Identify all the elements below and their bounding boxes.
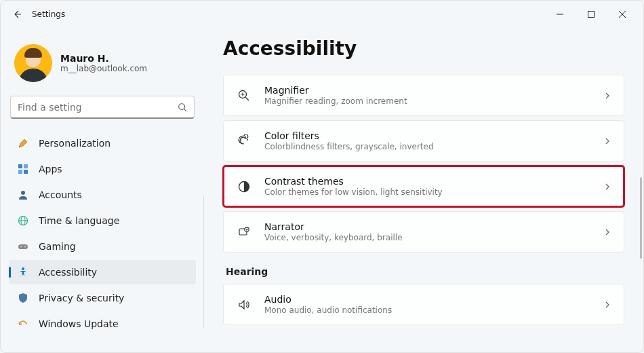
svg-point-25 — [247, 139, 248, 141]
sidebar-item-personalization[interactable]: Personalization — [9, 131, 196, 155]
sidebar-item-label: Apps — [39, 164, 62, 174]
update-icon — [17, 318, 29, 330]
time-language-icon — [17, 215, 29, 227]
card-list-vision: Magnifier Magnifier reading, zoom increm… — [223, 75, 624, 254]
card-magnifier[interactable]: Magnifier Magnifier reading, zoom increm… — [223, 75, 624, 116]
settings-window: Settings Mauro H. — [0, 0, 644, 353]
svg-point-15 — [20, 246, 22, 248]
gaming-icon — [17, 240, 29, 253]
card-title: Narrator — [264, 221, 591, 232]
svg-point-17 — [22, 267, 24, 270]
accessibility-icon — [17, 266, 29, 278]
chevron-right-icon — [603, 137, 611, 145]
section-heading-hearing: Hearing — [226, 266, 624, 277]
sidebar-item-privacy[interactable]: Privacy & security — [9, 286, 196, 310]
svg-point-22 — [240, 139, 241, 141]
card-subtitle: Colorblindness filters, grayscale, inver… — [264, 142, 591, 151]
svg-point-10 — [21, 191, 25, 195]
card-contrast-themes[interactable]: Contrast themes Color themes for low vis… — [223, 166, 624, 207]
svg-rect-8 — [18, 170, 22, 174]
sidebar-item-label: Gaming — [39, 241, 76, 252]
sidebar-item-time-language[interactable]: Time & language — [9, 208, 196, 233]
sidebar-item-accounts[interactable]: Accounts — [9, 183, 196, 207]
scrollbar[interactable] — [640, 177, 642, 259]
svg-line-19 — [245, 97, 249, 100]
sidebar-item-windows-update[interactable]: Windows Update — [9, 312, 196, 336]
window-title: Settings — [32, 10, 65, 19]
svg-rect-9 — [24, 170, 28, 174]
card-subtitle: Color themes for low vision, light sensi… — [264, 187, 591, 197]
minimize-button[interactable] — [544, 3, 576, 25]
close-icon — [619, 11, 626, 18]
chevron-right-icon — [603, 228, 611, 236]
card-title: Color filters — [264, 130, 591, 141]
svg-point-28 — [245, 227, 249, 231]
card-subtitle: Mono audio, audio notifications — [264, 305, 591, 315]
svg-rect-7 — [24, 164, 28, 168]
sidebar-item-label: Accessibility — [39, 267, 97, 278]
sidebar-item-label: Accounts — [39, 189, 82, 200]
main-content: Accessibility Magnifier Magnifier readin… — [204, 28, 643, 352]
svg-line-5 — [184, 109, 187, 111]
privacy-icon — [17, 292, 29, 304]
chevron-right-icon — [603, 92, 611, 100]
back-arrow-icon — [12, 9, 22, 20]
titlebar: Settings — [1, 1, 643, 28]
personalization-icon — [17, 137, 29, 149]
app-body: Mauro H. m__lab@outlook.com Personalizat… — [1, 28, 643, 352]
card-list-hearing: Audio Mono audio, audio notifications — [223, 284, 624, 327]
sidebar-item-label: Personalization — [39, 138, 110, 149]
search-icon — [178, 103, 187, 112]
search-box[interactable] — [10, 96, 195, 119]
chevron-right-icon — [603, 183, 611, 191]
audio-icon — [236, 298, 252, 312]
page-title: Accessibility — [223, 37, 624, 60]
sidebar-item-label: Windows Update — [39, 318, 119, 329]
sidebar-item-gaming[interactable]: Gaming — [9, 234, 196, 259]
sidebar-item-apps[interactable]: Apps — [9, 157, 196, 181]
close-button[interactable] — [607, 3, 638, 25]
apps-icon — [17, 163, 29, 175]
avatar — [14, 44, 52, 82]
card-title: Contrast themes — [264, 176, 591, 187]
svg-point-24 — [245, 136, 246, 138]
svg-point-4 — [179, 103, 185, 109]
profile[interactable]: Mauro H. m__lab@outlook.com — [9, 33, 196, 96]
magnifier-icon — [236, 89, 252, 103]
sidebar: Mauro H. m__lab@outlook.com Personalizat… — [1, 28, 204, 352]
accounts-icon — [17, 189, 29, 201]
svg-rect-6 — [18, 164, 22, 168]
contrast-icon — [236, 180, 252, 193]
maximize-button[interactable] — [576, 3, 607, 25]
color-filters-icon — [236, 134, 252, 148]
chevron-right-icon — [603, 301, 611, 309]
profile-name: Mauro H. — [60, 53, 147, 64]
card-audio[interactable]: Audio Mono audio, audio notifications — [223, 284, 624, 325]
maximize-icon — [588, 11, 595, 18]
back-button[interactable] — [6, 3, 28, 25]
card-subtitle: Magnifier reading, zoom increment — [264, 96, 591, 106]
sidebar-item-label: Time & language — [39, 215, 119, 226]
svg-rect-1 — [588, 12, 595, 18]
sidebar-item-label: Privacy & security — [39, 293, 124, 303]
minimize-icon — [557, 11, 563, 18]
svg-rect-14 — [18, 244, 28, 249]
svg-point-16 — [24, 246, 26, 248]
profile-email: m__lab@outlook.com — [60, 64, 147, 73]
svg-point-23 — [241, 136, 243, 138]
window-controls — [544, 3, 638, 25]
card-title: Audio — [264, 294, 591, 305]
card-color-filters[interactable]: Color filters Colorblindness filters, gr… — [223, 120, 624, 162]
sidebar-nav: Personalization Apps Accounts — [9, 131, 196, 336]
search-input[interactable] — [18, 102, 178, 113]
sidebar-item-accessibility[interactable]: Accessibility — [9, 260, 196, 284]
card-narrator[interactable]: Narrator Voice, verbosity, keyboard, bra… — [223, 211, 624, 253]
card-subtitle: Voice, verbosity, keyboard, braille — [264, 233, 591, 242]
card-title: Magnifier — [264, 85, 591, 96]
narrator-icon — [236, 225, 252, 239]
